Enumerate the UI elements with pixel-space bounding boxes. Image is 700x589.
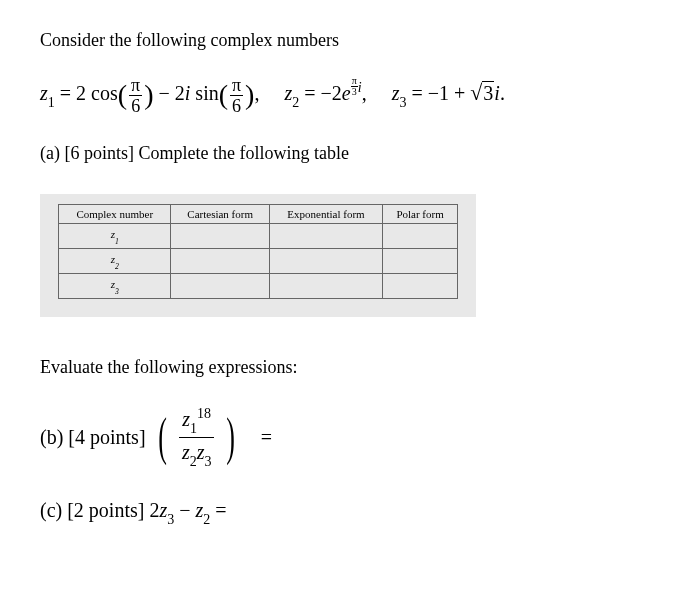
part-a-heading: (a) [6 points] Complete the following ta… bbox=[40, 143, 670, 164]
paren-right: ) bbox=[227, 414, 236, 461]
z3-def: z3 = −1 + 3i. bbox=[392, 82, 505, 104]
row-z3: z3 bbox=[59, 273, 171, 298]
complex-table: Complex number Cartesian form Exponentia… bbox=[58, 204, 458, 299]
part-c: (c) [2 points] 2z3 − z2 = bbox=[40, 499, 670, 526]
equations-line: z1 = 2 cos(π6) − 2i sin(π6), z2 = −2eπ3i… bbox=[40, 75, 670, 115]
th-polar: Polar form bbox=[383, 204, 458, 223]
cell-empty bbox=[383, 248, 458, 273]
paren-left: ( bbox=[158, 414, 167, 461]
table-row: z2 bbox=[59, 248, 458, 273]
row-z2: z2 bbox=[59, 248, 171, 273]
part-b-label: (b) [4 points] bbox=[40, 426, 146, 449]
th-complex: Complex number bbox=[59, 204, 171, 223]
cell-empty bbox=[171, 273, 269, 298]
cell-empty bbox=[269, 273, 382, 298]
part-b-fraction: z118 z2z3 bbox=[179, 406, 215, 469]
evaluate-heading: Evaluate the following expressions: bbox=[40, 357, 670, 378]
cell-empty bbox=[269, 223, 382, 248]
part-b: (b) [4 points] ( z118 z2z3 ) = bbox=[40, 406, 670, 469]
th-exponential: Exponential form bbox=[269, 204, 382, 223]
table-row: z3 bbox=[59, 273, 458, 298]
row-z1: z1 bbox=[59, 223, 171, 248]
cell-empty bbox=[171, 223, 269, 248]
z2-def: z2 = −2eπ3i, bbox=[284, 82, 371, 104]
cell-empty bbox=[171, 248, 269, 273]
cell-empty bbox=[269, 248, 382, 273]
table-row: z1 bbox=[59, 223, 458, 248]
cell-empty bbox=[383, 273, 458, 298]
th-cartesian: Cartesian form bbox=[171, 204, 269, 223]
z1-def: z1 = 2 cos(π6) − 2i sin(π6), bbox=[40, 82, 264, 104]
equals-sign: = bbox=[261, 426, 272, 449]
table-container: Complex number Cartesian form Exponentia… bbox=[40, 194, 476, 317]
intro-text: Consider the following complex numbers bbox=[40, 30, 670, 51]
cell-empty bbox=[383, 223, 458, 248]
